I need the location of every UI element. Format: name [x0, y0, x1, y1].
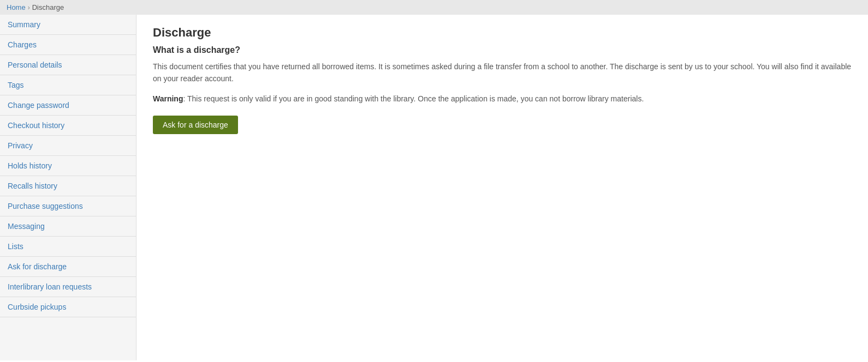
ask-discharge-button[interactable]: Ask for a discharge	[153, 116, 238, 134]
sidebar-item-curbside-pickups[interactable]: Curbside pickups	[0, 297, 136, 317]
breadcrumb-home-link[interactable]: Home	[7, 3, 26, 11]
sidebar-item-privacy[interactable]: Privacy	[0, 136, 136, 156]
breadcrumb-separator: ›	[28, 4, 30, 11]
section-title: What is a discharge?	[153, 45, 852, 55]
warning-label: Warning	[153, 94, 183, 103]
sidebar-item-personal-details[interactable]: Personal details	[0, 55, 136, 75]
main-content: Discharge What is a discharge? This docu…	[136, 15, 868, 360]
sidebar-item-summary[interactable]: Summary	[0, 15, 136, 35]
breadcrumb: Home › Discharge	[0, 0, 868, 15]
sidebar-item-lists[interactable]: Lists	[0, 237, 136, 257]
sidebar-item-charges[interactable]: Charges	[0, 35, 136, 55]
sidebar-item-checkout-history[interactable]: Checkout history	[0, 116, 136, 136]
warning-body: : This request is only valid if you are …	[183, 94, 644, 103]
sidebar-item-purchase-suggestions[interactable]: Purchase suggestions	[0, 196, 136, 216]
sidebar-item-holds-history[interactable]: Holds history	[0, 156, 136, 176]
breadcrumb-current: Discharge	[32, 3, 64, 11]
warning-text: Warning: This request is only valid if y…	[153, 93, 852, 105]
sidebar-item-ask-for-discharge[interactable]: Ask for discharge	[0, 257, 136, 277]
sidebar-item-recalls-history[interactable]: Recalls history	[0, 176, 136, 196]
sidebar-item-messaging[interactable]: Messaging	[0, 216, 136, 237]
sidebar: SummaryChargesPersonal detailsTagsChange…	[0, 15, 136, 360]
description-text: This document certifies that you have re…	[153, 61, 852, 85]
sidebar-item-tags[interactable]: Tags	[0, 75, 136, 95]
sidebar-item-interlibrary-loan-requests[interactable]: Interlibrary loan requests	[0, 277, 136, 297]
sidebar-item-change-password[interactable]: Change password	[0, 95, 136, 116]
page-title: Discharge	[153, 26, 852, 40]
